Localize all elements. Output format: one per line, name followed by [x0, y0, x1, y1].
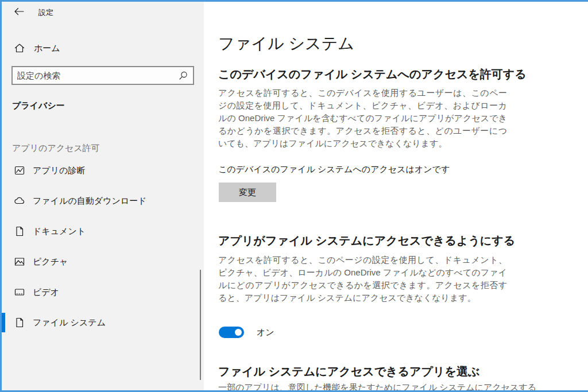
- settings-window: 設定 ホーム プライバシー アプリのアクセス許可 アプリの診断: [0, 0, 588, 392]
- sidebar-item-file-system[interactable]: ファイル システム: [2, 312, 204, 333]
- back-arrow-icon: [12, 10, 26, 20]
- screenshot-border-top: [0, 0, 588, 2]
- file-system-access-toggle-row: オン: [219, 325, 274, 339]
- file-system-access-toggle[interactable]: [219, 327, 244, 338]
- cloud-download-icon: [14, 195, 25, 207]
- search-icon: [178, 71, 188, 81]
- sidebar-item-label: アプリの診断: [33, 165, 85, 176]
- page-title: ファイル システム: [218, 33, 354, 55]
- screenshot-border-left: [0, 0, 2, 392]
- sidebar-item-label: ドキュメント: [33, 226, 86, 237]
- section1-description: アクセスを許可すると、このデバイスを使用するユーザーは、このページの設定を使用し…: [218, 87, 507, 150]
- sidebar-item-label: ビデオ: [33, 287, 59, 298]
- toggle-state-label: オン: [257, 327, 274, 338]
- section2-heading: アプリがファイル システムにアクセスできるようにする: [218, 233, 515, 249]
- app-title: 設定: [38, 7, 53, 18]
- back-button[interactable]: [12, 5, 26, 18]
- app-diagnostics-icon: [14, 165, 25, 176]
- home-icon: [14, 42, 25, 54]
- search-input[interactable]: [13, 67, 178, 84]
- sidebar-item-documents[interactable]: ドキュメント: [2, 221, 204, 242]
- videos-icon: [14, 286, 25, 298]
- section2-description: アクセスを許可すると、このページの設定を使用して、ドキュメント、ピクチャ、ビデオ…: [218, 254, 507, 304]
- sidebar-item-label: ピクチャ: [33, 257, 68, 267]
- sidebar-item-videos[interactable]: ビデオ: [2, 282, 204, 302]
- section1-heading: このデバイスのファイル システムへのアクセスを許可する: [218, 67, 527, 82]
- change-button[interactable]: 変更: [219, 183, 276, 202]
- sidebar-item-app-diagnostics[interactable]: アプリの診断: [2, 160, 204, 181]
- pictures-icon: [14, 256, 25, 267]
- toggle-knob: [235, 329, 242, 336]
- sidebar-item-label: ファイルの自動ダウンロード: [33, 196, 147, 207]
- section-label: アプリのアクセス許可: [12, 143, 100, 154]
- sidebar: 設定 ホーム プライバシー アプリのアクセス許可 アプリの診断: [2, 2, 204, 390]
- main-content: ファイル システム このデバイスのファイル システムへのアクセスを許可する アク…: [204, 2, 588, 390]
- sidebar-scrollbar[interactable]: [200, 270, 201, 380]
- sidebar-item-home[interactable]: ホーム: [10, 40, 194, 57]
- access-status-text: このデバイスのファイル システムへのアクセスはオンです: [218, 164, 450, 175]
- documents-icon: [14, 226, 25, 237]
- sidebar-item-label: ホーム: [34, 43, 60, 54]
- category-title: プライバシー: [12, 100, 65, 111]
- sidebar-item-label: ファイル システム: [33, 317, 106, 328]
- file-system-icon: [14, 317, 25, 328]
- sidebar-item-pictures[interactable]: ピクチャ: [2, 251, 204, 272]
- search-box[interactable]: [11, 66, 194, 85]
- section3-heading: ファイル システムにアクセスできるアプリを選ぶ: [218, 364, 479, 379]
- sidebar-item-auto-file-downloads[interactable]: ファイルの自動ダウンロード: [2, 191, 204, 211]
- selection-accent-bar: [2, 313, 5, 332]
